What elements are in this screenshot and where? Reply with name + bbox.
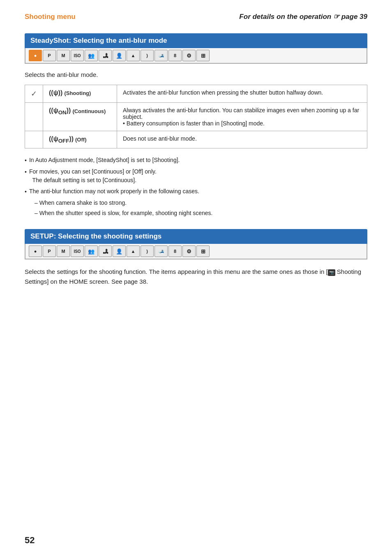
mode-icon-movie: ) xyxy=(141,50,154,61)
mode-icon-p: P xyxy=(43,50,56,61)
header-right-text: For details on the operation ☞ page 39 xyxy=(239,13,367,21)
mode-icon-m: M xyxy=(57,50,70,61)
mode-icon-auto: ● xyxy=(29,50,42,61)
table-row-continuous: ((ψON)) (Continuous) Always activates th… xyxy=(25,103,367,131)
icon-cell-off: ((ψOFF)) (Off) xyxy=(43,131,117,148)
mode-icon-landscape: 🏞 xyxy=(99,50,112,61)
section1-title: SteadyShot: Selecting the anti-blur mode xyxy=(25,33,367,48)
mode-icon-iso: ISO xyxy=(71,50,84,61)
s2-mode-icon-landscape: 🏞 xyxy=(99,245,112,257)
s2-mode-icon-iso: ISO xyxy=(71,245,84,257)
options-table: ✓ ((ψ)) (Shooting) Activates the anti-bl… xyxy=(25,85,367,148)
shooting-menu-label: Shooting menu xyxy=(25,13,76,21)
mode-icon-8: 8 xyxy=(168,50,182,61)
s2-mode-icon-movie: ) xyxy=(141,245,154,257)
section2-title: SETUP: Selecting the shooting settings xyxy=(25,229,367,244)
icon-cell-shooting: ((ψ)) (Shooting) xyxy=(43,85,117,103)
notes-section: • In Auto Adjustment mode, [SteadyShot] … xyxy=(25,156,367,218)
section2: SETUP: Selecting the shooting settings ●… xyxy=(25,229,367,287)
table-row-off: ((ψOFF)) (Off) Does not use anti-blur mo… xyxy=(25,131,367,148)
section2-description: Selects the settings for the shooting fu… xyxy=(25,267,367,287)
note-3: • The anti-blur function may not work pr… xyxy=(25,187,367,196)
mode-icon-settings: ⚙ xyxy=(182,50,196,61)
section1-intro: Selects the anti-blur mode. xyxy=(25,71,367,78)
table-row-shooting: ✓ ((ψ)) (Shooting) Activates the anti-bl… xyxy=(25,85,367,103)
note-sub-1: – When camera shake is too strong. xyxy=(35,199,367,207)
note-2: • For movies, you can set [Continuous] o… xyxy=(25,167,367,185)
s2-mode-icon-ski: 🎿 xyxy=(154,245,168,257)
icon-cell-continuous: ((ψON)) (Continuous) xyxy=(43,103,117,131)
note-1: • In Auto Adjustment mode, [SteadyShot] … xyxy=(25,156,367,165)
page-number: 52 xyxy=(25,535,35,546)
s2-mode-icon-portrait: 👤 xyxy=(113,245,126,257)
s2-mode-icon-grid: ⊞ xyxy=(196,245,210,257)
s2-mode-icon-p: P xyxy=(43,245,56,257)
s2-mode-icon-m: M xyxy=(57,245,70,257)
desc-cell-off: Does not use anti-blur mode. xyxy=(117,131,367,148)
page-header: Shooting menu For details on the operati… xyxy=(25,12,367,21)
desc-cell-shooting: Activates the anti-blur function when pr… xyxy=(117,85,367,103)
mode-icon-portrait: 👤 xyxy=(113,50,126,61)
page-ref-symbol: ☞ xyxy=(333,13,339,21)
s2-mode-icon-8: 8 xyxy=(168,245,182,257)
section1-mode-icons: ● P M ISO 👥 🏞 👤 ▲ ) 🎿 8 ⚙ ⊞ xyxy=(25,48,367,64)
mode-icon-mountain: ▲ xyxy=(127,50,140,61)
mode-icon-multi: 👥 xyxy=(85,50,98,61)
mode-icon-ski: 🎿 xyxy=(154,50,168,61)
note-sub-2: – When the shutter speed is slow, for ex… xyxy=(35,209,367,218)
section2-mode-icons: ● P M ISO 👥 🏞 👤 ▲ ) 🎿 8 ⚙ ⊞ xyxy=(25,244,367,259)
s2-mode-icon-auto: ● xyxy=(29,245,42,257)
s2-mode-icon-multi: 👥 xyxy=(85,245,98,257)
check-cell-off xyxy=(25,131,43,148)
s2-mode-icon-mountain: ▲ xyxy=(127,245,140,257)
desc-cell-continuous: Always activates the anti-blur function.… xyxy=(117,103,367,131)
check-cell-shooting: ✓ xyxy=(25,85,43,103)
page-reference: For details on the operation ☞ page 39 xyxy=(239,12,367,21)
check-cell-continuous xyxy=(25,103,43,131)
s2-mode-icon-settings: ⚙ xyxy=(182,245,196,257)
mode-icon-grid: ⊞ xyxy=(196,50,210,61)
